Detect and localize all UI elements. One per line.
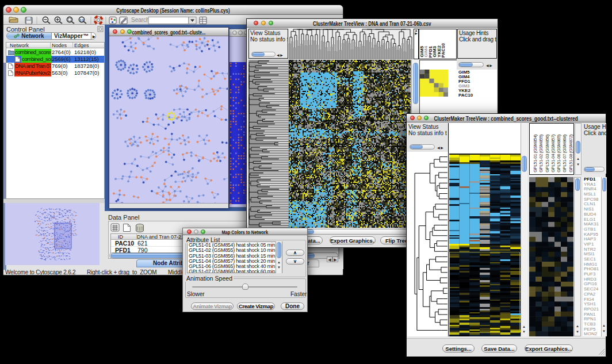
svg-text:Search:: Search: [131, 17, 151, 23]
svg-text:1:1: 1:1 [79, 18, 83, 22]
